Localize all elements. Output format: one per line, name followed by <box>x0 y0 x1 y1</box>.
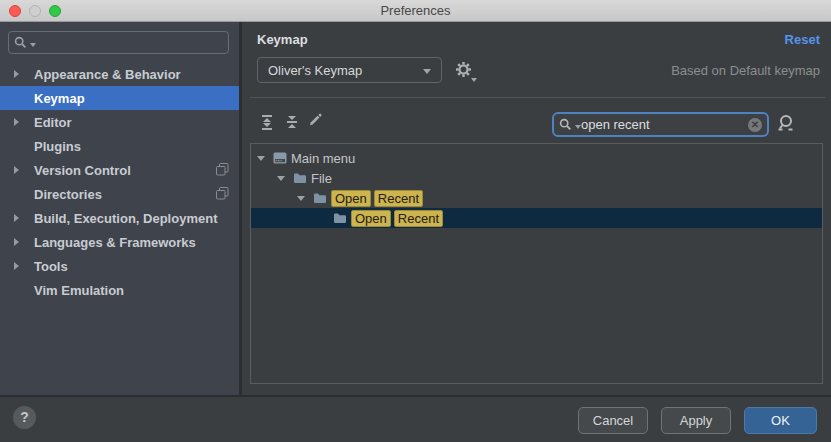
sidebar-item-tools[interactable]: Tools <box>0 254 239 278</box>
sidebar-item-editor[interactable]: Editor <box>0 110 239 134</box>
tree-row-main-menu[interactable]: Main menu <box>251 148 822 168</box>
preferences-window: Preferences Appearance & Behavior Keymap <box>0 0 831 442</box>
page-title: Keymap <box>257 32 308 47</box>
title-bar: Preferences <box>0 0 831 22</box>
sidebar-item-version-control[interactable]: Version Control <box>0 158 239 182</box>
keymap-dropdown-value: Oliver's Keymap <box>268 63 362 78</box>
keymap-dropdown[interactable]: Oliver's Keymap <box>257 57 442 83</box>
keymap-options-gear-button[interactable] <box>454 60 476 82</box>
folder-icon <box>293 172 307 187</box>
pencil-icon <box>307 112 323 128</box>
tree-row-file[interactable]: File <box>251 168 822 188</box>
main-menu-icon <box>273 152 287 167</box>
gear-icon <box>454 60 473 79</box>
tree-row-open-recent-selected[interactable]: OpenRecent <box>251 208 822 228</box>
folder-icon <box>313 192 327 207</box>
expand-arrow-icon[interactable] <box>14 70 19 78</box>
sidebar-item-directories[interactable]: Directories <box>0 182 239 206</box>
expand-arrow-icon[interactable] <box>14 214 19 222</box>
sidebar-search-input[interactable] <box>36 36 223 50</box>
window-title: Preferences <box>0 3 831 18</box>
chevron-down-icon <box>423 69 431 74</box>
gear-caret-icon <box>471 78 477 82</box>
expand-arrow-icon[interactable] <box>14 166 19 174</box>
sidebar-item-vim-emulation[interactable]: Vim Emulation <box>0 278 239 302</box>
expand-arrow-icon[interactable] <box>14 262 19 270</box>
expand-arrow-icon[interactable] <box>14 118 19 126</box>
collapse-arrow-icon[interactable] <box>257 156 265 161</box>
find-by-shortcut-icon <box>776 114 796 132</box>
actions-tree: Main menu File OpenRecent <box>250 143 823 384</box>
highlighted-label: OpenRecent <box>351 210 446 227</box>
search-icon <box>559 118 572 131</box>
sidebar-search-field[interactable] <box>8 31 229 54</box>
collapse-arrow-icon[interactable] <box>277 176 285 181</box>
cancel-button[interactable]: Cancel <box>578 407 648 434</box>
find-by-shortcut-button[interactable] <box>776 114 796 136</box>
action-search-field[interactable]: ✕ <box>552 112 769 137</box>
clear-search-icon[interactable]: ✕ <box>748 118 762 132</box>
ok-button[interactable]: OK <box>744 407 817 434</box>
based-on-label: Based on Default keymap <box>671 63 820 78</box>
sidebar-item-list: Appearance & Behavior Keymap Editor Plug… <box>0 62 239 302</box>
sidebar-item-appearance-behavior[interactable]: Appearance & Behavior <box>0 62 239 86</box>
per-project-settings-icon <box>216 163 229 179</box>
keymap-settings-panel: Keymap Reset Oliver's Keymap Based on De… <box>242 22 831 395</box>
edit-shortcut-button[interactable] <box>306 112 323 128</box>
apply-button[interactable]: Apply <box>661 407 731 434</box>
per-project-settings-icon <box>216 187 229 203</box>
tree-row-open-recent[interactable]: OpenRecent <box>251 188 822 208</box>
search-icon <box>14 36 27 49</box>
expand-arrow-icon[interactable] <box>14 238 19 246</box>
collapse-all-button[interactable] <box>283 114 300 130</box>
expand-all-button[interactable] <box>258 114 275 130</box>
settings-sidebar: Appearance & Behavior Keymap Editor Plug… <box>0 22 239 395</box>
sidebar-item-keymap[interactable]: Keymap <box>0 86 239 110</box>
reset-link[interactable]: Reset <box>785 32 820 47</box>
sidebar-item-languages-frameworks[interactable]: Languages & Frameworks <box>0 230 239 254</box>
help-button[interactable]: ? <box>13 406 36 429</box>
sidebar-item-build-execution-deployment[interactable]: Build, Execution, Deployment <box>0 206 239 230</box>
folder-icon <box>333 212 347 227</box>
collapse-arrow-icon[interactable] <box>297 196 305 201</box>
action-search-input[interactable] <box>581 117 748 132</box>
sidebar-item-plugins[interactable]: Plugins <box>0 134 239 158</box>
header-separator <box>250 97 825 98</box>
dialog-footer: ? Cancel Apply OK <box>0 395 831 442</box>
highlighted-label: OpenRecent <box>331 190 426 207</box>
